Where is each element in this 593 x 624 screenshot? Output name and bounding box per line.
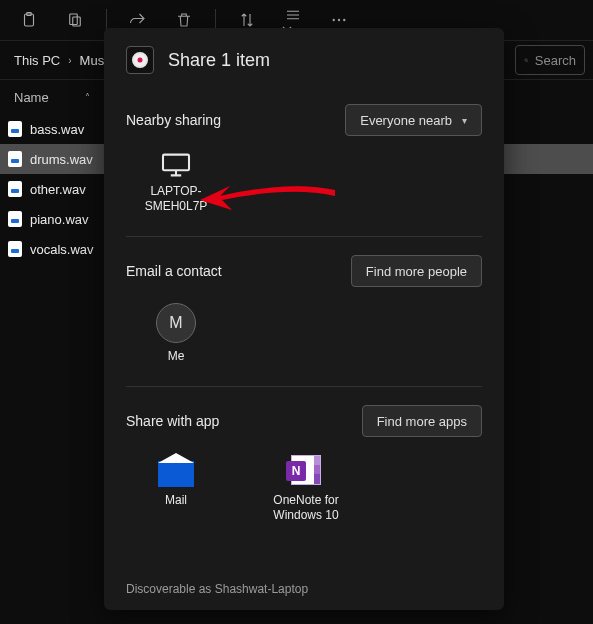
contact-name: Me: [168, 349, 185, 364]
chevron-right-icon: ›: [68, 55, 71, 66]
sort-icon[interactable]: [238, 11, 256, 29]
svg-rect-8: [163, 155, 189, 171]
audio-file-icon: [8, 151, 22, 167]
share-footer: Discoverable as Shashwat-Laptop: [104, 570, 504, 610]
device-name: LAPTOP-SMEH0L7P: [126, 184, 226, 214]
divider: [126, 236, 482, 237]
divider: [126, 386, 482, 387]
desktop-icon[interactable]: [66, 11, 84, 29]
svg-point-6: [343, 19, 345, 21]
find-more-apps-button[interactable]: Find more apps: [362, 405, 482, 437]
svg-rect-2: [70, 14, 78, 25]
more-icon[interactable]: [330, 11, 348, 29]
nearby-section-header: Nearby sharing Everyone nearb ▾: [126, 104, 482, 136]
contact-me[interactable]: M Me: [126, 303, 226, 364]
nearby-label: Nearby sharing: [126, 112, 221, 128]
nearby-visibility-dropdown[interactable]: Everyone nearb ▾: [345, 104, 482, 136]
share-title: Share 1 item: [168, 50, 270, 71]
search-input[interactable]: Search: [515, 45, 585, 75]
app-onenote[interactable]: OneNote for Windows 10: [256, 453, 356, 523]
share-arrow-icon[interactable]: [129, 11, 147, 29]
email-section-header: Email a contact Find more people: [126, 255, 482, 287]
avatar: M: [156, 303, 196, 343]
dropdown-value: Everyone nearb: [360, 113, 452, 128]
app-name: Mail: [165, 493, 187, 508]
file-name: piano.wav: [30, 212, 89, 227]
app-name: OneNote for Windows 10: [256, 493, 356, 523]
app-mail[interactable]: Mail: [126, 453, 226, 523]
email-label: Email a contact: [126, 263, 222, 279]
nearby-device[interactable]: LAPTOP-SMEH0L7P: [126, 152, 226, 214]
apps-label: Share with app: [126, 413, 219, 429]
search-icon: [524, 54, 529, 67]
share-file-icon: [126, 46, 154, 74]
paste-icon[interactable]: [20, 11, 38, 29]
share-panel: Share 1 item Nearby sharing Everyone nea…: [104, 28, 504, 610]
search-placeholder: Search: [535, 53, 576, 68]
file-name: drums.wav: [30, 152, 93, 167]
file-name: other.wav: [30, 182, 86, 197]
audio-file-icon: [8, 211, 22, 227]
chevron-down-icon: ▾: [462, 115, 467, 126]
svg-point-5: [338, 19, 340, 21]
share-header: Share 1 item: [104, 28, 504, 86]
file-name: bass.wav: [30, 122, 84, 137]
audio-file-icon: [8, 121, 22, 137]
monitor-icon: [160, 152, 192, 178]
svg-point-7: [525, 58, 527, 60]
crumb[interactable]: This PC: [14, 53, 60, 68]
audio-file-icon: [8, 241, 22, 257]
find-more-people-button[interactable]: Find more people: [351, 255, 482, 287]
apps-section-header: Share with app Find more apps: [126, 405, 482, 437]
svg-point-4: [333, 19, 335, 21]
file-name: vocals.wav: [30, 242, 94, 257]
delete-icon[interactable]: [175, 11, 193, 29]
audio-file-icon: [8, 181, 22, 197]
mail-icon: [158, 461, 194, 487]
column-name[interactable]: Name: [14, 90, 49, 105]
sort-chevron-icon: ˄: [85, 92, 90, 103]
onenote-icon: [291, 455, 321, 485]
